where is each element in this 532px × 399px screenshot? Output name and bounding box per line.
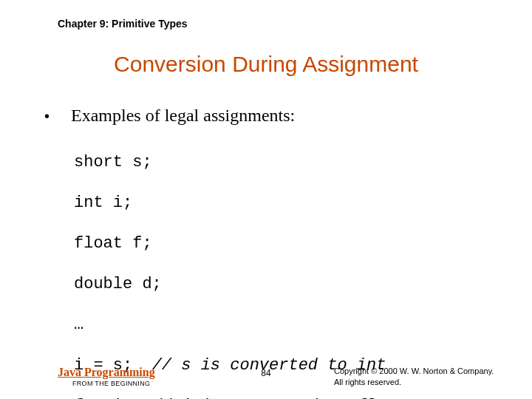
copyright-line-1: Copyright © 2000 W. W. Norton & Company. <box>334 366 497 376</box>
footer-subbrand: FROM THE BEGINNING <box>72 380 155 387</box>
slide-content: •Examples of legal assignments: short s;… <box>58 103 486 399</box>
footer-copyright: Copyright © 2000 W. W. Norton & Company.… <box>334 366 497 387</box>
copyright-line-2: All rights reserved. <box>334 377 497 387</box>
slide-title: Conversion During Assignment <box>0 52 532 77</box>
chapter-header: Chapter 9: Primitive Types <box>58 18 188 30</box>
footer: Java Programming FROM THE BEGINNING 84 C… <box>0 364 532 387</box>
code-block: short s; int i; float f; double d; … i =… <box>74 132 486 399</box>
code-line-4: double d; <box>74 274 486 295</box>
code-line-7: f = i; // i is converted to float <box>74 396 486 399</box>
code-line-1: short s; <box>74 152 486 173</box>
bullet-1: •Examples of legal assignments: <box>58 103 486 127</box>
bullet-1-text: Examples of legal assignments: <box>71 106 295 125</box>
bullet-dot: • <box>58 106 71 126</box>
code-line-3: float f; <box>74 233 486 254</box>
code-line-2: int i; <box>74 193 486 214</box>
code-line-5: … <box>74 315 486 335</box>
